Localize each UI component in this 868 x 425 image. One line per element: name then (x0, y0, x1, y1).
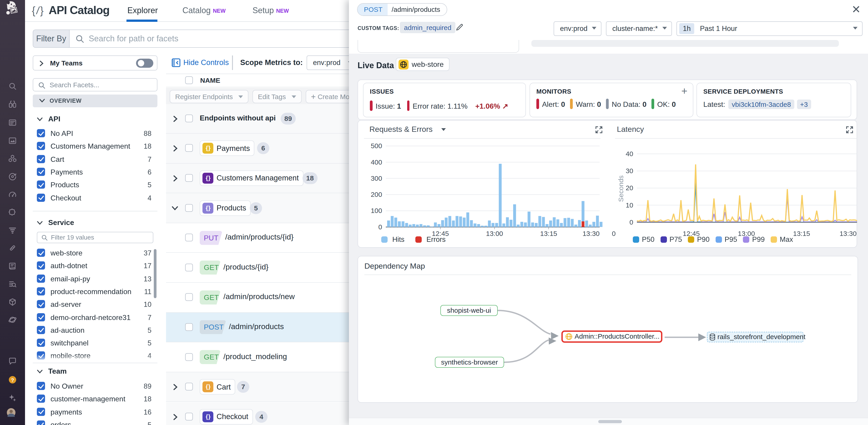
svg-text:0: 0 (378, 223, 382, 231)
svg-text:40: 40 (626, 150, 633, 158)
svg-text:400: 400 (371, 158, 382, 166)
svg-text:13:15: 13:15 (540, 230, 557, 237)
svg-text:300: 300 (371, 174, 382, 182)
svg-text:200: 200 (371, 191, 382, 198)
svg-text:10: 10 (626, 201, 633, 209)
svg-text:100: 100 (371, 207, 382, 214)
svg-text:?: ? (11, 377, 14, 383)
svg-text:30: 30 (626, 167, 633, 174)
svg-text:20: 20 (626, 184, 633, 192)
svg-text:13:30: 13:30 (583, 230, 599, 237)
svg-text:0: 0 (629, 219, 633, 226)
svg-text:Seconds: Seconds (617, 175, 625, 202)
svg-text:500: 500 (371, 142, 382, 150)
svg-text:13:30: 13:30 (840, 230, 857, 237)
svg-text:0: 0 (612, 230, 616, 237)
svg-text:13:00: 13:00 (486, 230, 503, 237)
